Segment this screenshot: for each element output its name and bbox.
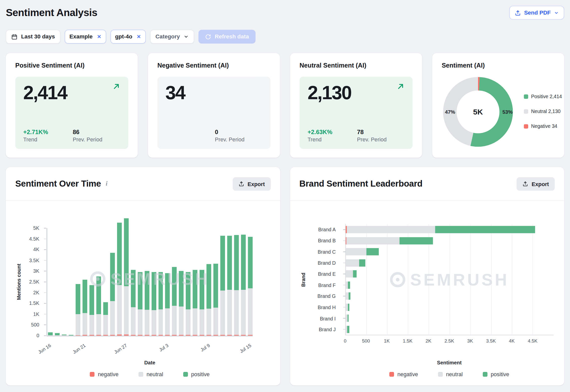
x-axis: Jun 16Jun 21Jun 27Jul 3Jul 9Jul 15 xyxy=(47,338,253,355)
bar-Brand F xyxy=(346,279,553,291)
category-dropdown[interactable]: Category xyxy=(150,30,194,44)
positive-segment xyxy=(186,272,191,310)
negative-segment xyxy=(165,335,170,336)
bar-Jun 18 xyxy=(62,334,67,335)
positive-segment xyxy=(353,270,357,277)
remove-chip-icon[interactable]: ✕ xyxy=(97,34,101,40)
positive-segment xyxy=(241,235,246,290)
neutral-segment xyxy=(213,308,218,335)
prev-period-label: Prev. Period xyxy=(73,136,103,142)
chevron-down-icon xyxy=(554,10,559,15)
brand-label: Brand E xyxy=(290,268,341,279)
negative-swatch xyxy=(524,124,528,128)
sentiment-analysis-dashboard: Sentiment Analysis Send PDF Last 30 days… xyxy=(0,0,570,392)
y-tick-mark xyxy=(343,263,346,263)
positive-segment xyxy=(89,285,94,315)
negative-segment xyxy=(96,335,101,335)
filter-bar: Last 30 days Example ✕ gpt-4o ✕ Category… xyxy=(6,30,564,44)
positive-segment xyxy=(145,271,149,310)
neutral-segment xyxy=(62,335,67,336)
y-tick-mark xyxy=(44,260,46,261)
brand-leaderboard-chart: Brand Brand ABrand BBrand CBrand DBrand … xyxy=(290,201,564,385)
legend-item-positive[interactable]: positive xyxy=(183,371,210,377)
bar-Jul 4 xyxy=(172,267,177,336)
neutral-segment xyxy=(346,270,353,277)
neutral-segment xyxy=(151,310,156,335)
x-tick-label: Jun 16 xyxy=(30,343,52,359)
legend-item-positive[interactable]: positive xyxy=(483,371,509,377)
export-button[interactable]: Export xyxy=(233,177,271,191)
neutral-segment xyxy=(207,309,211,335)
brand-label: Brand D xyxy=(290,257,341,268)
y-tick-label: 4K xyxy=(33,247,39,252)
bar-Jul 8 xyxy=(200,270,205,335)
neutral-segment xyxy=(172,306,177,335)
neutral-segment xyxy=(138,310,142,335)
neutral-segment xyxy=(179,306,184,335)
legend-item-neutral[interactable]: neutral xyxy=(138,371,163,377)
y-tick-mark xyxy=(44,228,46,228)
legend-item-neutral[interactable]: neutral xyxy=(438,371,463,377)
positive-segment xyxy=(48,332,53,335)
x-axis-line xyxy=(46,335,253,336)
donut-legend-item-neutral[interactable]: Neutral 2,130 xyxy=(524,108,564,114)
positive-segment xyxy=(158,272,163,310)
sentiment-over-time-panel: Sentiment Over Time i Export Mentions co… xyxy=(6,167,280,385)
neutral-segment xyxy=(82,313,87,335)
positive-segment xyxy=(138,272,142,310)
filter-chip-example[interactable]: Example ✕ xyxy=(65,30,106,44)
bar-Jul 9 xyxy=(207,264,211,335)
y-tick-mark xyxy=(343,252,346,252)
export-icon xyxy=(522,181,528,187)
y-tick-label: 4.5K xyxy=(29,236,39,242)
positive-segment xyxy=(248,237,253,288)
brand-label: Brand I xyxy=(290,313,341,324)
positive-segment xyxy=(366,248,379,255)
date-range-button[interactable]: Last 30 days xyxy=(6,30,60,44)
y-tick-mark xyxy=(343,285,346,285)
export-button[interactable]: Export xyxy=(517,177,555,191)
kpi-card-sentiment-donut: Sentiment (AI) 47% 53% 5K Positive 2,414… xyxy=(432,53,564,158)
send-pdf-button[interactable]: Send PDF xyxy=(509,6,564,20)
positive-segment xyxy=(151,272,156,310)
donut-legend-item-negative[interactable]: Negative 34 xyxy=(524,124,564,129)
refresh-data-button[interactable]: Refresh data xyxy=(199,30,256,44)
neutral-segment xyxy=(193,308,198,335)
neutral-segment xyxy=(200,309,205,335)
y-axis: 05001K1.5K2K2.5K3K3.5K4K4.5K5K xyxy=(6,228,44,335)
bar-Jun 21 xyxy=(82,280,87,336)
donut-legend-item-positive[interactable]: Positive 2,414 xyxy=(524,94,564,99)
negative-segment xyxy=(234,335,239,336)
negative-segment xyxy=(158,335,163,336)
info-icon[interactable]: i xyxy=(106,180,108,187)
neutral-segment xyxy=(346,259,359,266)
y-tick-label: 2.5K xyxy=(29,279,39,285)
trend-value: +2.71K% xyxy=(23,129,73,135)
negative-segment xyxy=(82,335,87,336)
panel-title: Sentiment Over Time xyxy=(15,179,101,189)
brand-label: Brand A xyxy=(290,224,341,235)
remove-chip-icon[interactable]: ✕ xyxy=(137,34,141,40)
neutral-segment xyxy=(220,291,225,335)
neutral-segment xyxy=(145,310,149,335)
neutral-segment xyxy=(227,290,232,335)
y-tick-mark xyxy=(44,249,46,250)
positive-segment xyxy=(213,264,218,308)
legend-item-negative[interactable]: negative xyxy=(389,371,418,377)
bar-Jun 28 xyxy=(131,270,135,335)
kpi-card-negative: Negative Sentiment (AI) 34 0 Prev. Perio… xyxy=(148,53,280,158)
negative-segment xyxy=(145,335,149,336)
bar-Jun 25 xyxy=(110,253,115,336)
prev-period-value: 0 xyxy=(215,129,245,135)
y-tick-mark xyxy=(343,229,346,230)
positive-segment xyxy=(179,271,184,306)
legend-item-negative[interactable]: negative xyxy=(90,371,119,377)
bar-Brand H xyxy=(346,302,553,313)
top-bar: Sentiment Analysis Send PDF xyxy=(0,0,570,20)
filter-chip-gpt-4o[interactable]: gpt-4o ✕ xyxy=(110,30,146,44)
export-label: Export xyxy=(248,181,265,187)
negative-segment xyxy=(227,335,232,336)
bar-Jul 2 xyxy=(158,272,163,336)
y-tick-mark xyxy=(44,314,46,314)
trend-value: +2.63K% xyxy=(308,129,357,135)
